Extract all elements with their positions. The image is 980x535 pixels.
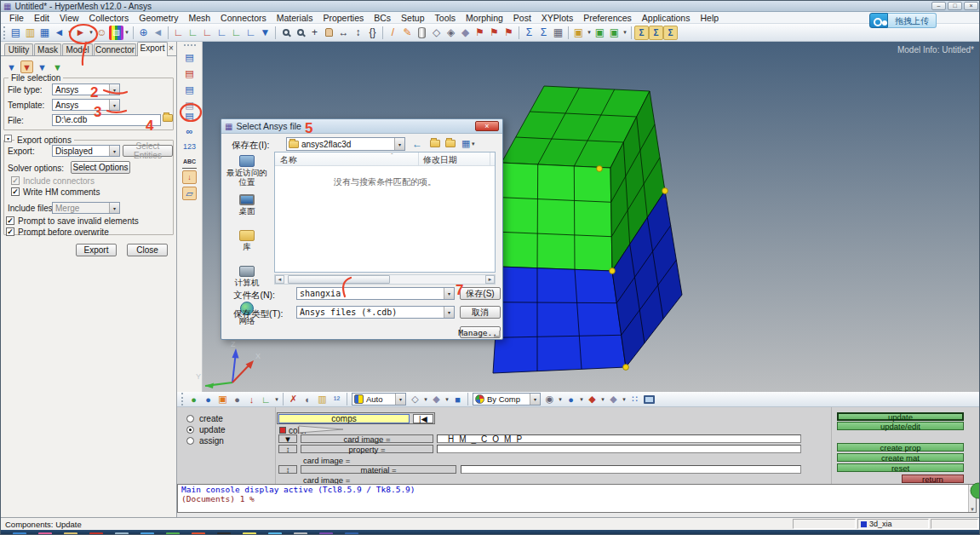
close-button[interactable]: × xyxy=(964,2,978,10)
previous-view-icon[interactable]: ◄ xyxy=(151,26,165,40)
menu-properties[interactable]: Properties xyxy=(318,13,369,23)
export-browser-icon-1[interactable]: ▼ xyxy=(5,60,18,73)
column-date[interactable]: 修改日期 xyxy=(423,154,457,166)
export-icon[interactable]: ► xyxy=(73,26,88,40)
menu-tools[interactable]: Tools xyxy=(430,13,461,23)
feature-lines-icon[interactable]: ◆ xyxy=(585,393,599,406)
minimize-button[interactable]: – xyxy=(931,2,946,10)
menu-bcs[interactable]: BCs xyxy=(369,13,396,23)
switch-button[interactable]: ▼ xyxy=(278,434,297,443)
dialog-close-button[interactable]: × xyxy=(475,121,499,131)
color-swatch[interactable] xyxy=(279,427,286,434)
create-radio[interactable] xyxy=(186,415,194,423)
box-wireframe-icon[interactable]: ◇ xyxy=(429,26,444,40)
material-stepper[interactable]: ↕ xyxy=(278,465,297,474)
color-mode-select[interactable]: By Comp ▾ xyxy=(473,393,541,406)
shaded-geometry-mode-icon[interactable]: ◆ xyxy=(429,393,444,406)
mesh-shaded-dropdown-icon[interactable]: ▾ xyxy=(578,392,585,406)
card-image-switch[interactable]: card image = xyxy=(301,434,433,443)
dynamic-zoom-icon[interactable] xyxy=(293,26,307,40)
dropdown-arrow-icon[interactable]: ▾ xyxy=(394,138,404,150)
wireframe-dropdown-icon[interactable]: ▾ xyxy=(422,392,429,406)
fe-style-dropdown-icon[interactable]: ▾ xyxy=(273,392,280,406)
export-mode-select[interactable]: Displayed ▾ xyxy=(52,145,120,157)
menu-help[interactable]: Help xyxy=(695,13,724,23)
colors-dropdown-icon[interactable]: ▾ xyxy=(123,26,130,40)
shaded-dropdown-icon[interactable]: ▾ xyxy=(444,392,450,406)
property-value[interactable] xyxy=(437,445,801,453)
place-desktop[interactable]: 桌面 xyxy=(223,194,271,216)
tab-export[interactable]: Export xyxy=(137,42,168,56)
fit-view-icon[interactable]: {} xyxy=(365,26,380,40)
material-switch[interactable]: material = xyxy=(301,465,456,474)
numbers-icon[interactable]: ¹² xyxy=(330,393,344,406)
save-model-icon[interactable]: ▦ xyxy=(37,26,52,40)
fe-style-icon[interactable]: ∟ xyxy=(259,393,273,406)
paste-dropdown-icon[interactable]: ▾ xyxy=(622,26,628,40)
rotate-lr-icon[interactable]: ↔ xyxy=(336,26,351,40)
zoom-area-icon[interactable]: ⊕ xyxy=(136,26,151,40)
place-computer[interactable]: 计算机 xyxy=(223,266,271,287)
update-radio[interactable] xyxy=(186,426,194,434)
view-axis-yx-icon[interactable]: ∟ xyxy=(186,26,200,40)
display-mode-select[interactable]: Auto ▾ xyxy=(352,393,406,406)
summary-sigma-icon[interactable]: Σ xyxy=(522,26,536,40)
copy-icon[interactable]: ▣ xyxy=(571,26,586,40)
multi-window-icon[interactable]: ∷ xyxy=(628,393,642,406)
display-panel-icon-1[interactable]: ▤ xyxy=(182,50,197,64)
solver-sigma-icon-1[interactable]: Σ xyxy=(634,26,649,40)
menu-xyplots[interactable]: XYPlots xyxy=(536,13,578,23)
load-handles-icon[interactable]: ↓ xyxy=(244,393,259,406)
quality-flag-icon[interactable]: ⚑ xyxy=(473,26,487,40)
zoom-icon[interactable] xyxy=(278,26,293,40)
update-edit-button[interactable]: update/edit xyxy=(837,422,964,430)
dropdown-arrow-icon[interactable]: ▾ xyxy=(109,84,119,95)
menu-edit[interactable]: Edit xyxy=(29,13,54,23)
abc-labels-icon[interactable]: ABC xyxy=(182,155,197,169)
mesh-shaded-icon[interactable]: ● xyxy=(564,393,578,406)
measure-icon[interactable]: ✎ xyxy=(400,26,415,40)
resize-grip[interactable] xyxy=(494,331,501,337)
nav-back-icon[interactable]: ← xyxy=(412,138,422,150)
pan-icon[interactable] xyxy=(322,26,336,40)
note-icon[interactable]: ▱ xyxy=(182,187,197,200)
prompt-overwrite-checkbox[interactable]: ✓ xyxy=(6,227,14,236)
file-path-input[interactable]: D:\e.cdb xyxy=(52,114,161,126)
file-list[interactable]: 名称 ˆ 修改日期 没有与搜索条件匹配的项。 xyxy=(274,152,496,273)
scroll-up-icon[interactable]: ▲ xyxy=(969,485,976,490)
shaded-geometry-icon[interactable]: ● xyxy=(201,393,215,406)
menu-setup[interactable]: Setup xyxy=(396,13,429,23)
rotate-ud-icon[interactable]: ↕ xyxy=(351,26,365,40)
loads-sigma-icon[interactable]: Σ xyxy=(536,26,551,40)
center-view-icon[interactable]: + xyxy=(307,26,322,40)
intersection-flag-icon[interactable]: ⚑ xyxy=(501,26,516,40)
save-button[interactable]: 保存(S) xyxy=(460,287,501,300)
reverse-button[interactable]: |◀ xyxy=(413,414,433,423)
place-recent[interactable]: 最近访问的位置 xyxy=(223,155,271,187)
save-type-select[interactable]: Ansys files (*.cdb) ▾ xyxy=(296,306,455,319)
export-browser-icon-3[interactable]: ▼ xyxy=(36,60,49,73)
paste-icon[interactable]: ▣ xyxy=(593,26,607,40)
display-panel-icon-2[interactable]: ▤ xyxy=(182,66,197,80)
view-axis-xy-icon[interactable]: ∟ xyxy=(171,26,186,40)
import-dropdown-icon[interactable]: ▾ xyxy=(66,26,73,40)
select-options-button[interactable]: Select Options xyxy=(71,161,130,174)
update-button[interactable]: update xyxy=(837,412,964,421)
tab-model[interactable]: Model xyxy=(62,43,93,56)
view-axis-zy-icon[interactable]: ∟ xyxy=(244,26,258,40)
screen-axis-icon[interactable]: ▼ xyxy=(258,26,272,40)
solid-geometry-icon[interactable]: ■ xyxy=(450,393,465,406)
view-axis-yz-icon[interactable]: ∟ xyxy=(229,26,244,40)
menu-post[interactable]: Post xyxy=(508,13,536,23)
property-switch[interactable]: property = xyxy=(301,445,433,453)
close-panel-button[interactable]: Close xyxy=(127,244,168,256)
menu-collectors[interactable]: Collectors xyxy=(84,13,135,23)
material-value[interactable] xyxy=(461,465,801,474)
copy-dropdown-icon[interactable]: ▾ xyxy=(586,26,593,40)
wireframe-geometry-icon[interactable]: ◇ xyxy=(408,393,422,406)
reset-button[interactable]: reset xyxy=(837,463,964,472)
box-shaded-icon[interactable]: ◆ xyxy=(458,26,473,40)
menu-connectors[interactable]: Connectors xyxy=(215,13,272,23)
export-browser-icon-4[interactable]: ▼ xyxy=(51,60,64,73)
console-scrollbar[interactable]: ▲ ▼ xyxy=(968,485,976,512)
